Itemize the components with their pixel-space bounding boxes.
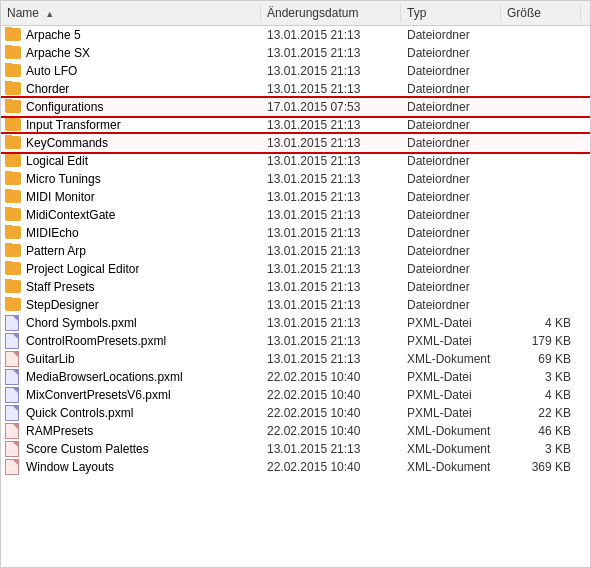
file-date-cell: 13.01.2015 21:13 (261, 28, 401, 42)
table-row[interactable]: Auto LFO13.01.2015 21:13Dateiordner (1, 62, 590, 80)
file-date-cell: 22.02.2015 10:40 (261, 424, 401, 438)
file-icon-wrapper (5, 63, 23, 79)
file-type-cell: Dateiordner (401, 190, 501, 204)
sort-arrow: ▲ (45, 9, 54, 19)
file-name-cell: Staff Presets (1, 279, 261, 295)
file-date-cell: 13.01.2015 21:13 (261, 262, 401, 276)
file-name-label: Chord Symbols.pxml (26, 316, 137, 330)
table-row[interactable]: StepDesigner13.01.2015 21:13Dateiordner (1, 296, 590, 314)
table-row[interactable]: Chord Symbols.pxml13.01.2015 21:13PXML-D… (1, 314, 590, 332)
file-name-cell: MediaBrowserLocations.pxml (1, 369, 261, 385)
table-row[interactable]: Project Logical Editor13.01.2015 21:13Da… (1, 260, 590, 278)
file-date-cell: 13.01.2015 21:13 (261, 352, 401, 366)
file-type-cell: Dateiordner (401, 280, 501, 294)
table-row[interactable]: Arpache 513.01.2015 21:13Dateiordner (1, 26, 590, 44)
folder-icon (5, 82, 21, 95)
file-date-cell: 13.01.2015 21:13 (261, 82, 401, 96)
file-date-cell: 13.01.2015 21:13 (261, 190, 401, 204)
file-name-label: MIDI Monitor (26, 190, 95, 204)
file-icon-wrapper (5, 441, 23, 457)
table-row[interactable]: Score Custom Palettes13.01.2015 21:13XML… (1, 440, 590, 458)
table-row[interactable]: RAMPresets22.02.2015 10:40XML-Dokument46… (1, 422, 590, 440)
pxml-file-icon (5, 369, 19, 385)
file-date-cell: 13.01.2015 21:13 (261, 280, 401, 294)
file-date-cell: 22.02.2015 10:40 (261, 370, 401, 384)
folder-icon (5, 244, 21, 257)
table-row[interactable]: MIDIEcho13.01.2015 21:13Dateiordner (1, 224, 590, 242)
table-row[interactable]: Chorder13.01.2015 21:13Dateiordner (1, 80, 590, 98)
header-type[interactable]: Typ (401, 4, 501, 22)
file-name-label: ControlRoomPresets.pxml (26, 334, 166, 348)
file-name-label: Micro Tunings (26, 172, 101, 186)
file-name-cell: MidiContextGate (1, 207, 261, 223)
table-row[interactable]: KeyCommands13.01.2015 21:13Dateiordner (1, 134, 590, 152)
file-size-cell: 69 KB (501, 352, 581, 366)
folder-icon (5, 100, 21, 113)
xml-file-icon (5, 459, 19, 475)
file-icon-wrapper (5, 315, 23, 331)
table-row[interactable]: Configurations17.01.2015 07:53Dateiordne… (1, 98, 590, 116)
file-icon-wrapper (5, 99, 23, 115)
table-row[interactable]: GuitarLib13.01.2015 21:13XML-Dokument69 … (1, 350, 590, 368)
table-row[interactable]: Micro Tunings13.01.2015 21:13Dateiordner (1, 170, 590, 188)
table-row[interactable]: Pattern Arp13.01.2015 21:13Dateiordner (1, 242, 590, 260)
table-row[interactable]: ControlRoomPresets.pxml13.01.2015 21:13P… (1, 332, 590, 350)
header-row: Name ▲ Änderungsdatum Typ Größe (1, 1, 590, 26)
file-date-cell: 13.01.2015 21:13 (261, 118, 401, 132)
file-type-cell: XML-Dokument (401, 442, 501, 456)
file-type-cell: PXML-Datei (401, 316, 501, 330)
file-type-cell: XML-Dokument (401, 424, 501, 438)
header-name[interactable]: Name ▲ (1, 4, 261, 22)
file-date-cell: 13.01.2015 21:13 (261, 172, 401, 186)
table-row[interactable]: Input Transformer13.01.2015 21:13Dateior… (1, 116, 590, 134)
table-row[interactable]: Window Layouts22.02.2015 10:40XML-Dokume… (1, 458, 590, 476)
file-list[interactable]: Arpache 513.01.2015 21:13DateiordnerArpa… (1, 26, 590, 567)
file-size-cell: 4 KB (501, 316, 581, 330)
file-type-cell: Dateiordner (401, 208, 501, 222)
file-name-cell: MixConvertPresetsV6.pxml (1, 387, 261, 403)
file-icon-wrapper (5, 27, 23, 43)
file-name-cell: Chorder (1, 81, 261, 97)
file-icon-wrapper (5, 153, 23, 169)
header-size-label: Größe (507, 6, 541, 20)
file-name-label: Arpache SX (26, 46, 90, 60)
table-row[interactable]: MediaBrowserLocations.pxml22.02.2015 10:… (1, 368, 590, 386)
table-row[interactable]: Logical Edit13.01.2015 21:13Dateiordner (1, 152, 590, 170)
header-date[interactable]: Änderungsdatum (261, 4, 401, 22)
file-icon-wrapper (5, 243, 23, 259)
file-type-cell: PXML-Datei (401, 406, 501, 420)
file-type-cell: Dateiordner (401, 118, 501, 132)
file-name-label: Auto LFO (26, 64, 77, 78)
file-name-cell: KeyCommands (1, 135, 261, 151)
folder-icon (5, 46, 21, 59)
table-row[interactable]: Staff Presets13.01.2015 21:13Dateiordner (1, 278, 590, 296)
table-row[interactable]: MidiContextGate13.01.2015 21:13Dateiordn… (1, 206, 590, 224)
file-size-cell: 4 KB (501, 388, 581, 402)
file-size-cell: 22 KB (501, 406, 581, 420)
folder-icon (5, 172, 21, 185)
table-row[interactable]: Quick Controls.pxml22.02.2015 10:40PXML-… (1, 404, 590, 422)
file-icon-wrapper (5, 225, 23, 241)
pxml-file-icon (5, 387, 19, 403)
file-icon-wrapper (5, 171, 23, 187)
file-type-cell: XML-Dokument (401, 460, 501, 474)
file-date-cell: 13.01.2015 21:13 (261, 442, 401, 456)
file-type-cell: Dateiordner (401, 64, 501, 78)
folder-icon (5, 298, 21, 311)
header-size[interactable]: Größe (501, 4, 581, 22)
table-row[interactable]: MixConvertPresetsV6.pxml22.02.2015 10:40… (1, 386, 590, 404)
file-name-cell: ControlRoomPresets.pxml (1, 333, 261, 349)
xml-file-icon (5, 423, 19, 439)
folder-icon (5, 262, 21, 275)
file-name-cell: Arpache 5 (1, 27, 261, 43)
table-row[interactable]: MIDI Monitor13.01.2015 21:13Dateiordner (1, 188, 590, 206)
file-type-cell: Dateiordner (401, 244, 501, 258)
file-icon-wrapper (5, 279, 23, 295)
file-date-cell: 13.01.2015 21:13 (261, 208, 401, 222)
file-size-cell: 3 KB (501, 442, 581, 456)
table-row[interactable]: Arpache SX13.01.2015 21:13Dateiordner (1, 44, 590, 62)
xml-file-icon (5, 441, 19, 457)
file-icon-wrapper (5, 405, 23, 421)
file-name-label: Window Layouts (26, 460, 114, 474)
file-icon-wrapper (5, 369, 23, 385)
